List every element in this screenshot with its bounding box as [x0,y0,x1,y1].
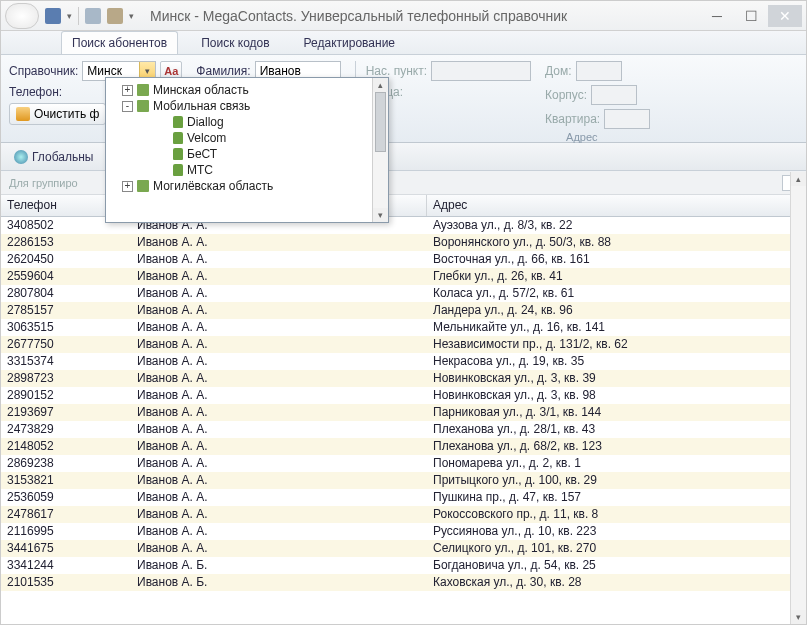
tree-item[interactable]: Diallog [108,114,370,130]
phone-label: Телефон: [9,85,62,99]
expand-icon[interactable]: + [122,181,133,192]
clear-filter-button[interactable]: Очистить ф [9,103,106,125]
qat-icon-2[interactable] [85,8,101,24]
grid-body[interactable]: 3408502Иванов А. А.Ауэзова ул., д. 8/3, … [1,217,806,597]
window-buttons: ─ ☐ ✕ [700,5,802,27]
app-menu-button[interactable] [5,3,39,29]
broom-icon [16,107,30,121]
minimize-button[interactable]: ─ [700,5,734,27]
scroll-thumb[interactable] [375,92,386,152]
table-row[interactable]: 3441675Иванов А. А.Селицкого ул., д. 101… [1,540,806,557]
tab-search-codes[interactable]: Поиск кодов [190,31,280,54]
table-row[interactable]: 2869238Иванов А. А.Пономарева ул., д. 2,… [1,455,806,472]
address-group-title: Адрес [366,129,798,143]
table-row[interactable]: 2101535Иванов А. Б.Каховская ул., д. 30,… [1,574,806,591]
folder-icon [137,180,149,192]
building-label: Корпус: [545,88,587,102]
table-row[interactable]: 2890152Иванов А. А.Новинковская ул., д. … [1,387,806,404]
table-row[interactable]: 2807804Иванов А. А.Коласа ул., д. 57/2, … [1,285,806,302]
scroll-up-icon[interactable]: ▴ [373,78,388,92]
quick-access-toolbar: ▾ ▾ [45,7,134,25]
locality-input[interactable] [431,61,531,81]
main-scrollbar[interactable]: ▴ ▾ [790,172,806,624]
tab-search-subscribers[interactable]: Поиск абонентов [61,31,178,54]
folder-icon [137,84,149,96]
col-address[interactable]: Адрес [427,195,806,216]
separator [78,7,79,25]
table-row[interactable]: 3341244Иванов А. Б.Богдановича ул., д. 5… [1,557,806,574]
tab-edit[interactable]: Редактирование [293,31,406,54]
table-row[interactable]: 2478617Иванов А. А.Рокоссовского пр., д.… [1,506,806,523]
window-title: Минск - MegaContacts. Универсальный теле… [144,8,700,24]
chevron-down-icon[interactable]: ▾ [67,11,72,21]
dropdown-scrollbar[interactable]: ▴ ▾ [372,78,388,222]
surname-label: Фамилия: [196,64,250,78]
folder-icon [137,100,149,112]
directory-dropdown: +Минская область-Мобильная связьDiallogV… [105,77,389,223]
building-input[interactable] [591,85,637,105]
folder-icon [173,132,183,144]
qat-icon-3[interactable] [107,8,123,24]
table-row[interactable]: 2898723Иванов А. А.Новинковская ул., д. … [1,370,806,387]
house-label: Дом: [545,64,572,78]
locality-label: Нас. пункт: [366,64,427,78]
collapse-icon[interactable]: - [122,101,133,112]
table-row[interactable]: 2677750Иванов А. А.Независимости пр., д.… [1,336,806,353]
folder-icon [173,148,183,160]
table-row[interactable]: 3153821Иванов А. А.Притыцкого ул., д. 10… [1,472,806,489]
folder-icon [173,164,183,176]
directory-label: Справочник: [9,64,78,78]
titlebar: ▾ ▾ Минск - MegaContacts. Универсальный … [1,1,806,31]
table-row[interactable]: 2193697Иванов А. А.Парниковая ул., д. 3/… [1,404,806,421]
close-button[interactable]: ✕ [768,5,802,27]
scroll-down-icon[interactable]: ▾ [373,208,388,222]
tree-item[interactable]: +Минская область [108,82,370,98]
ribbon: Справочник: ▾ Aa Телефон: Очистить ф Фам… [1,55,806,143]
scroll-up-icon[interactable]: ▴ [791,172,806,186]
tree-item[interactable]: MTC [108,162,370,178]
scroll-down-icon[interactable]: ▾ [791,610,806,624]
expand-icon[interactable]: + [122,85,133,96]
tree-item[interactable]: Velcom [108,130,370,146]
globe-icon [14,150,28,164]
table-row[interactable]: 2559604Иванов А. А.Глебки ул., д. 26, кв… [1,268,806,285]
tree-item[interactable]: -Мобильная связь [108,98,370,114]
table-row[interactable]: 3063515Иванов А. А.Мельникайте ул., д. 1… [1,319,806,336]
maximize-button[interactable]: ☐ [734,5,768,27]
folder-icon [173,116,183,128]
table-row[interactable]: 2473829Иванов А. А.Плеханова ул., д. 28/… [1,421,806,438]
table-row[interactable]: 2536059Иванов А. А.Пушкина пр., д. 47, к… [1,489,806,506]
table-row[interactable]: 2785157Иванов А. А.Ландера ул., д. 24, к… [1,302,806,319]
table-row[interactable]: 2116995Иванов А. А.Руссиянова ул., д. 10… [1,523,806,540]
table-row[interactable]: 2286153Иванов А. А.Воронянского ул., д. … [1,234,806,251]
house-input[interactable] [576,61,622,81]
flat-label: Квартира: [545,112,600,126]
address-group: Нас. пункт: Улица: Дом: Корпус: Квартира… [355,61,798,136]
tree-item[interactable]: +Могилёвская область [108,178,370,194]
chevron-down-icon[interactable]: ▾ [129,11,134,21]
global-button[interactable]: Глобальны [7,147,100,167]
table-row[interactable]: 2148052Иванов А. А.Плеханова ул., д. 68/… [1,438,806,455]
table-row[interactable]: 3315374Иванов А. А.Некрасова ул., д. 19,… [1,353,806,370]
table-row[interactable]: 2620450Иванов А. А.Восточная ул., д. 66,… [1,251,806,268]
qat-icon-1[interactable] [45,8,61,24]
tree-item[interactable]: БеСТ [108,146,370,162]
ribbon-tabs: Поиск абонентов Поиск кодов Редактирован… [1,31,806,55]
flat-input[interactable] [604,109,650,129]
